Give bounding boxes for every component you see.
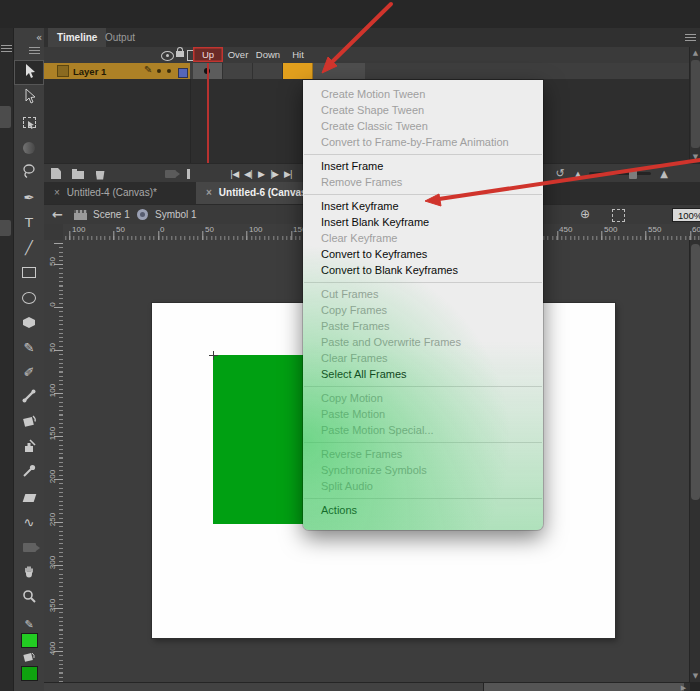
selected-frame-cell-hit[interactable] bbox=[283, 63, 313, 79]
show-hide-all-layers-icon[interactable] bbox=[161, 51, 174, 61]
frame-label-hit[interactable]: Hit bbox=[283, 47, 313, 62]
lasso-tool[interactable] bbox=[14, 160, 44, 185]
frame-cell-over[interactable] bbox=[223, 63, 253, 79]
selection-tool[interactable] bbox=[14, 60, 44, 85]
close-tab-icon[interactable]: × bbox=[206, 187, 212, 198]
menu-separator bbox=[304, 386, 542, 387]
collapse-panel-icon[interactable]: « bbox=[36, 32, 42, 43]
timeline-zoom-slider-thumb[interactable] bbox=[629, 169, 637, 179]
menu-item-select-all-frames[interactable]: Select All Frames bbox=[303, 366, 543, 382]
scroll-right-icon[interactable]: ▶ bbox=[678, 684, 689, 691]
menu-item-insert-blank-keyframe[interactable]: Insert Blank Keyframe bbox=[303, 214, 543, 230]
line-tool[interactable]: ╱ bbox=[14, 235, 44, 260]
clip-content-icon[interactable] bbox=[612, 209, 625, 222]
menu-item-reverse-frames: Reverse Frames bbox=[303, 446, 543, 462]
menu-item-synchronize-symbols: Synchronize Symbols bbox=[303, 462, 543, 478]
polystar-tool[interactable] bbox=[14, 310, 44, 335]
width-tool[interactable]: ∿ bbox=[14, 510, 44, 535]
canvas-hscroll-thumb[interactable] bbox=[484, 683, 684, 691]
menu-item-clear-frames: Clear Frames bbox=[303, 350, 543, 366]
zoom-in-frames-icon[interactable]: ▲ bbox=[656, 164, 672, 183]
menu-item-cut-frames: Cut Frames bbox=[303, 286, 543, 302]
registration-crosshair-icon[interactable]: ⊕ bbox=[580, 207, 590, 221]
breadcrumb-scene[interactable]: Scene 1 bbox=[93, 209, 130, 220]
hand-tool[interactable] bbox=[14, 560, 44, 585]
fill-color-control[interactable] bbox=[14, 649, 44, 665]
menu-item-convert-to-keyframes[interactable]: Convert to Keyframes bbox=[303, 246, 543, 262]
playhead-line[interactable] bbox=[207, 63, 209, 163]
back-arrow-icon[interactable]: ← bbox=[52, 207, 63, 222]
dock-panel-menu-icon[interactable] bbox=[1, 45, 12, 53]
timeline-scrollbar[interactable]: ▲ ▼ bbox=[689, 47, 700, 163]
camera-tool[interactable] bbox=[14, 535, 44, 560]
canvas-vertical-scrollbar[interactable]: ▼ bbox=[689, 240, 700, 682]
new-folder-button[interactable] bbox=[70, 164, 86, 183]
document-tab-untitled-4[interactable]: ×Untitled-4 (Canvas)* bbox=[44, 182, 167, 204]
pen-tool[interactable]: ✒ bbox=[14, 185, 44, 210]
polystar-icon bbox=[23, 317, 35, 328]
go-first-frame-button[interactable]: |◀ bbox=[230, 169, 238, 179]
camera-toggle-icon[interactable] bbox=[162, 164, 178, 183]
eraser-tool[interactable] bbox=[14, 485, 44, 510]
play-button[interactable]: ▶ bbox=[258, 169, 264, 179]
layer-outline-color-swatch[interactable] bbox=[178, 68, 188, 78]
reset-timeline-zoom-icon[interactable]: ↺ bbox=[552, 164, 568, 183]
gradient-transform-tool[interactable] bbox=[14, 135, 44, 160]
ink-bottle-tool[interactable] bbox=[14, 435, 44, 460]
oval-tool[interactable] bbox=[14, 285, 44, 310]
delete-layer-button[interactable] bbox=[92, 164, 108, 183]
zoom-tool[interactable] bbox=[14, 585, 44, 610]
lock-all-layers-icon[interactable] bbox=[176, 51, 184, 57]
h-ruler-label: 100 bbox=[72, 225, 85, 234]
step-forward-button[interactable]: |▶ bbox=[270, 169, 278, 179]
breadcrumb-symbol[interactable]: Symbol 1 bbox=[155, 209, 197, 220]
layer-visibility-dot[interactable] bbox=[157, 69, 161, 73]
layer-edit-pencil-icon: ✎ bbox=[144, 64, 152, 75]
timeline-zoom-slider[interactable] bbox=[587, 164, 653, 183]
timeline-scrollbar-thumb[interactable] bbox=[691, 60, 700, 148]
new-layer-button[interactable] bbox=[48, 164, 64, 183]
eyedropper-tool[interactable] bbox=[14, 460, 44, 485]
frame-label-up[interactable]: Up bbox=[193, 47, 223, 62]
scroll-down-icon[interactable]: ▼ bbox=[690, 672, 700, 680]
tools-panel-menu-icon[interactable] bbox=[29, 47, 40, 55]
menu-item-convert-to-blank-keyframes[interactable]: Convert to Blank Keyframes bbox=[303, 262, 543, 278]
subselection-tool[interactable] bbox=[14, 85, 44, 110]
scroll-up-icon[interactable]: ▲ bbox=[690, 49, 700, 57]
brush-tool[interactable]: ✐ bbox=[14, 360, 44, 385]
menu-item-insert-keyframe[interactable]: Insert Keyframe bbox=[303, 198, 543, 214]
menu-item-actions[interactable]: Actions bbox=[303, 502, 543, 518]
empty-frame-cells[interactable] bbox=[313, 63, 365, 79]
bone-tool[interactable] bbox=[14, 385, 44, 410]
collapsed-panel-tab[interactable] bbox=[0, 106, 11, 128]
step-back-button[interactable]: ◀| bbox=[244, 169, 252, 179]
scroll-down-icon[interactable]: ▼ bbox=[690, 153, 700, 161]
zoom-out-frames-icon[interactable]: ▲ bbox=[572, 164, 584, 183]
stroke-color-control[interactable]: ✎ bbox=[14, 616, 44, 632]
timeline-panel-menu-icon[interactable] bbox=[685, 34, 696, 42]
v-ruler-label: 50 bbox=[48, 341, 57, 355]
paint-bucket-tool[interactable] bbox=[14, 410, 44, 435]
go-last-frame-button[interactable]: ▶| bbox=[284, 169, 292, 179]
canvas-horizontal-scrollbar[interactable]: ▶ bbox=[44, 682, 690, 691]
layer-lock-dot[interactable] bbox=[167, 69, 171, 73]
free-transform-tool[interactable] bbox=[14, 110, 44, 135]
frame-label-down[interactable]: Down bbox=[253, 47, 283, 62]
menu-item-insert-frame[interactable]: Insert Frame bbox=[303, 158, 543, 174]
canvas-vscroll-thumb[interactable] bbox=[691, 244, 700, 500]
close-tab-icon[interactable]: × bbox=[54, 187, 60, 198]
h-ruler-label: 0 bbox=[160, 225, 164, 234]
marker-icon[interactable] bbox=[184, 164, 192, 183]
layer-row-layer-1[interactable]: Layer 1 ✎ bbox=[44, 63, 190, 79]
frame-cell-down[interactable] bbox=[253, 63, 283, 79]
text-tool[interactable]: T bbox=[14, 210, 44, 235]
stroke-color-swatch[interactable] bbox=[21, 633, 38, 648]
tab-output[interactable]: Output bbox=[96, 28, 144, 47]
collapsed-panel-tab[interactable] bbox=[0, 220, 11, 236]
fill-color-swatch[interactable] bbox=[21, 666, 38, 681]
frame-label-over[interactable]: Over bbox=[223, 47, 253, 62]
canvas-hscroll-track-segment bbox=[44, 683, 484, 691]
zoom-level-select[interactable]: 100% bbox=[672, 208, 700, 222]
rectangle-tool[interactable] bbox=[14, 260, 44, 285]
pencil-tool[interactable]: ✎ bbox=[14, 335, 44, 360]
